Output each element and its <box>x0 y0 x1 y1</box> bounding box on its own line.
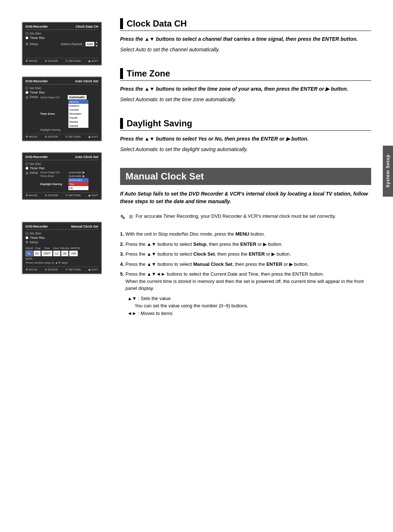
screen3-title-right: Auto Clock Set <box>75 155 98 159</box>
ds-no: No <box>68 186 88 190</box>
screen3-label2: Timer Rec <box>30 166 45 170</box>
screen4-label1: No Disc <box>30 232 41 235</box>
screen1-header: DVD-Recorder Clock Data CH <box>25 25 98 30</box>
sub-list: ▲▼ : Sets the value You can set the valu… <box>120 295 371 318</box>
screen1-radio2 <box>25 36 28 39</box>
section-daylight-saving: Daylight Saving Press the ▲▼ buttons to … <box>120 118 371 153</box>
screen4-title-left: DVD-Recorder <box>25 225 48 228</box>
screen2-title-left: DVD-Recorder <box>25 79 48 83</box>
screen4-move: ❖ MOVE <box>25 268 37 271</box>
screen2-exit: ⏏ EXIT <box>88 135 98 138</box>
step-1: 1. With the unit in Stop mode/No Disc mo… <box>120 230 371 238</box>
screen4-footer: ❖ MOVE ⊛ ENTER ↺ RETURN ⏏ EXIT <box>25 267 98 271</box>
screen3-header: DVD-Recorder Auto Clock Set <box>25 155 98 160</box>
side-tab-label: System Setup <box>385 154 390 188</box>
section-clock-data-ch: Clock Data CH Press the ▲▼ buttons to se… <box>120 18 371 54</box>
screen4-no-disc: No Disc <box>25 232 98 235</box>
screen3-radio1 <box>25 162 28 165</box>
heading-bar-2 <box>120 68 123 79</box>
screen4-exit: ⏏ EXIT <box>88 268 98 271</box>
time-zone-desc2: Select Automatic to set the time zone au… <box>120 96 371 103</box>
step-3: 3. Press the ▲▼ buttons to select Clock … <box>120 251 371 258</box>
screen2-label1: No Disc <box>30 86 41 90</box>
note-icon: ✎ <box>120 213 126 222</box>
screen1-channel-value: Auto <box>86 42 95 46</box>
screen-time-zone: DVD-Recorder Auto Clock Set No Disc Time… <box>22 76 102 141</box>
sub-item-3: ◄► : Moves to items <box>127 310 371 318</box>
screen2-setup-label: Setup <box>29 95 38 99</box>
field-hour: 12 <box>53 251 60 256</box>
sub-item-2: You can set the value using the number (… <box>127 302 371 310</box>
tz-hawaii: Hawaii <box>68 124 88 128</box>
screen2-return: ↺ RETURN <box>65 135 81 138</box>
screen4-setup-label: Setup <box>29 240 38 244</box>
screen4-day-label: MON <box>25 257 98 260</box>
field-year: 2007 <box>41 251 52 256</box>
sub-symbol-1: ▲▼ : Sets the value <box>127 295 171 303</box>
screen1-label2: Timer Rec <box>30 36 45 40</box>
screen3-timer-rec: Timer Rec <box>25 166 98 170</box>
daylight-saving-title: Daylight Saving <box>127 118 192 129</box>
steps-list: 1. With the unit in Stop mode/No Disc mo… <box>120 230 371 292</box>
label-day: Day <box>35 247 41 250</box>
screen4-setup-row: ⚙ Setup <box>25 240 98 244</box>
clock-data-ch-heading: Clock Data CH <box>120 18 371 31</box>
section-manual-clock-set: Manual Clock Set If Auto Setup fails to … <box>120 168 371 318</box>
screen-clock-data-ch: DVD-Recorder Clock Data CH No Disc Timer… <box>22 22 102 66</box>
screen1-footer: ❖ MOVE ⊛ ENTER ↺ RETURN ⏏ EXIT <box>25 58 98 63</box>
screen2-radio2 <box>25 91 28 94</box>
screen2-header: DVD-Recorder Auto Clock Set <box>25 79 98 84</box>
label-hour: Hour <box>53 247 59 250</box>
screen1-label1: No Disc <box>30 32 41 35</box>
screen3-enter: ⊛ ENTER <box>45 194 58 197</box>
note-text: For accurate Timer Recording, your DVD R… <box>135 213 336 219</box>
clock-data-ch-title: Clock Data CH <box>127 19 187 29</box>
manual-clock-set-desc1: If Auto Setup fails to set the DVD Recor… <box>120 190 371 205</box>
label-year: Year <box>42 247 52 250</box>
field-minute: 00 <box>61 251 68 256</box>
time-zone-heading: Time Zone <box>120 68 371 81</box>
screen2-setup-row: ⚙ Setup Clock Data CH Automatic Time Zon… <box>25 95 98 131</box>
time-zone-title: Time Zone <box>127 68 170 79</box>
clock-data-ch-desc2: Select Auto to set the channel automatic… <box>120 46 371 54</box>
manual-clock-set-title: Manual Clock Set <box>126 171 204 182</box>
screen3-setup-label: Setup <box>29 171 38 174</box>
sub-symbol-3: ◄► : Moves to items <box>127 310 172 318</box>
screen1-radio1 <box>25 32 28 35</box>
left-panel: DVD-Recorder Clock Data CH No Disc Timer… <box>0 0 109 532</box>
screen1-exit: ⏏ EXIT <box>88 59 98 63</box>
screen1-no-disc: No Disc <box>25 32 98 35</box>
label-minute: Minute <box>60 247 69 250</box>
manual-clock-note: ✎ For accurate Timer Recording, your DVD… <box>120 213 371 222</box>
screen-daylight-saving: DVD-Recorder Auto Clock Set No Disc Time… <box>22 152 102 200</box>
manual-clock-set-heading-box: Manual Clock Set <box>120 168 371 185</box>
right-panel: Clock Data CH Press the ▲▼ buttons to se… <box>109 0 393 532</box>
screen1-timer-rec: Timer Rec <box>25 36 98 40</box>
screen4-radio1 <box>25 232 28 235</box>
screen2-clock-data-value: Automatic <box>68 95 87 99</box>
screen4-clock-fields: 01 01 2007 12 00 AM <box>25 251 98 256</box>
screen1-return: ↺ RETURN <box>65 59 81 63</box>
screen3-setup-row: ⚙ Setup Clock Data CH : Automatic ▶ Time… <box>25 171 98 190</box>
screen3-footer: ❖ MOVE ⊛ ENTER ↺ RETURN ⏏ EXIT <box>25 192 98 197</box>
step-4: 4. Press the ▲▼ buttons to select Manual… <box>120 261 371 268</box>
tz-central: Central <box>68 108 88 112</box>
sub-text-2: You can set the value using the number (… <box>135 302 248 310</box>
daylight-saving-desc1: Press the ▲▼ buttons to select Yes or No… <box>120 135 371 143</box>
screen3-exit: ⏏ EXIT <box>88 194 98 197</box>
screen4-field-labels: Month Day Year Hour Minute AM/PM <box>25 247 98 250</box>
daylight-saving-heading: Daylight Saving <box>120 118 371 131</box>
screen4-radio2 <box>25 236 28 239</box>
screen2-no-disc: No Disc <box>25 86 98 90</box>
screen2-radio1 <box>25 87 28 90</box>
screen2-move: ❖ MOVE <box>25 135 37 138</box>
heading-bar-3 <box>120 118 123 129</box>
screen3-radio2 <box>25 167 28 170</box>
note-content: For accurate Timer Recording, your DVD R… <box>129 213 336 222</box>
screen2-enter: ⊛ ENTER <box>45 135 58 138</box>
screen1-label3: Setup <box>29 42 38 46</box>
screen3-title-left: DVD-Recorder <box>25 155 48 159</box>
screen2-timer-rec: Timer Rec <box>25 91 98 94</box>
tz-atlantic: Atlantic <box>68 100 88 104</box>
screen4-press-keys: Press numeric keys or ▲▼ keys. <box>25 261 98 264</box>
